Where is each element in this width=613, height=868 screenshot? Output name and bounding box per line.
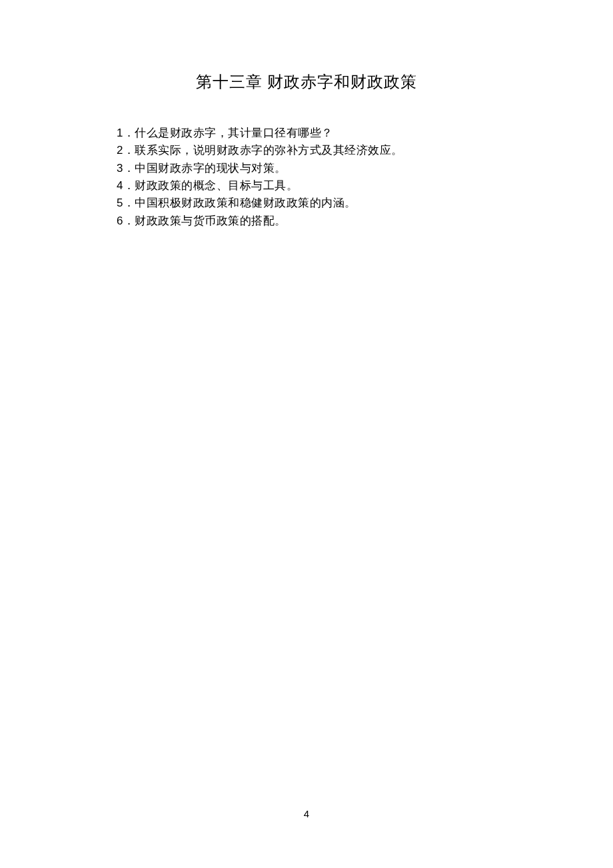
- page-number: 4: [0, 808, 613, 819]
- item-number: 6: [117, 215, 123, 227]
- item-text: 联系实际，说明财政赤字的弥补方式及其经济效应。: [135, 144, 403, 157]
- item-text: 中国积极财政政策和稳健财政政策的内涵。: [135, 197, 356, 209]
- list-item: 6．财政政策与货币政策的搭配。: [117, 213, 496, 230]
- item-separator: ．: [123, 179, 135, 192]
- item-separator: ．: [123, 162, 135, 175]
- list-item: 3．中国财政赤字的现状与对策。: [117, 160, 496, 177]
- item-number: 3: [117, 162, 123, 175]
- item-separator: ．: [123, 215, 135, 227]
- item-text: 中国财政赤字的现状与对策。: [135, 162, 287, 175]
- item-number: 4: [117, 179, 123, 192]
- item-separator: ．: [123, 197, 135, 209]
- item-text: 财政政策的概念、目标与工具。: [135, 179, 298, 192]
- item-separator: ．: [123, 127, 135, 139]
- item-number: 2: [117, 144, 123, 157]
- question-list: 1．什么是财政赤字，其计量口径有哪些？ 2．联系实际，说明财政赤字的弥补方式及其…: [117, 125, 496, 230]
- document-page: 第十三章 财政赤字和财政政策 1．什么是财政赤字，其计量口径有哪些？ 2．联系实…: [0, 0, 613, 230]
- list-item: 4．财政政策的概念、目标与工具。: [117, 177, 496, 195]
- list-item: 5．中国积极财政政策和稳健财政政策的内涵。: [117, 195, 496, 212]
- item-separator: ．: [123, 144, 135, 157]
- item-number: 1: [117, 127, 123, 139]
- item-text: 什么是财政赤字，其计量口径有哪些？: [135, 127, 333, 139]
- item-number: 5: [117, 197, 123, 209]
- list-item: 1．什么是财政赤字，其计量口径有哪些？: [117, 125, 496, 142]
- item-text: 财政政策与货币政策的搭配。: [135, 215, 287, 227]
- chapter-title: 第十三章 财政赤字和财政政策: [117, 71, 496, 93]
- list-item: 2．联系实际，说明财政赤字的弥补方式及其经济效应。: [117, 142, 496, 159]
